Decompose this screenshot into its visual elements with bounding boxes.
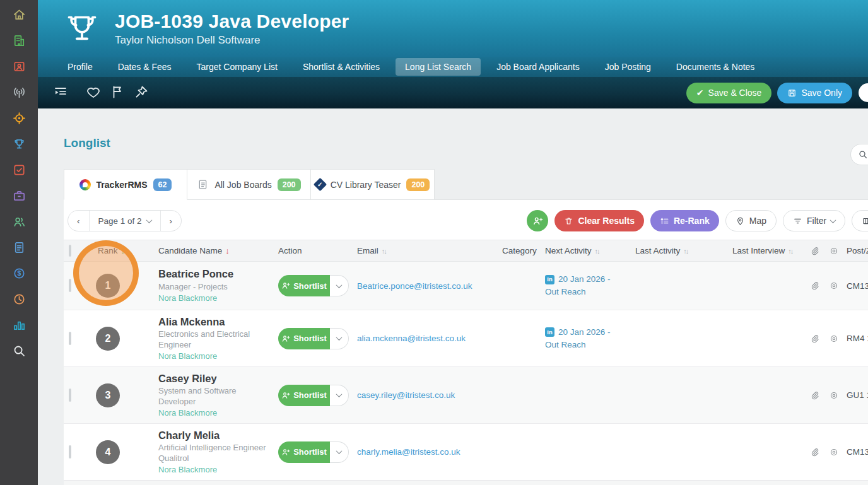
linkedin-activity-icon: in (545, 327, 554, 337)
col-rank[interactable]: Rank↓ (89, 246, 127, 255)
row-checkbox[interactable] (69, 389, 71, 402)
page-select[interactable]: Page 1 of 2 (89, 211, 161, 231)
view-icon[interactable] (829, 447, 847, 457)
view-icon[interactable] (829, 281, 847, 291)
attachment-icon[interactable] (810, 390, 829, 400)
shortlist-dropdown-button[interactable] (330, 328, 349, 349)
jobs-trophy-icon[interactable] (11, 136, 26, 151)
next-page-button[interactable]: › (161, 211, 182, 231)
shortlist-dropdown-button[interactable] (330, 275, 349, 296)
app-sidebar: $ (0, 0, 38, 485)
shortlist-button[interactable]: Shortlist (278, 328, 330, 349)
job-header: JOB-1039 Java Developer Taylor Nicholson… (38, 0, 868, 108)
owner-link[interactable]: Nora Blackmore (158, 351, 273, 361)
time-icon[interactable] (11, 291, 26, 307)
col-category[interactable]: Category (502, 246, 545, 255)
tasks-icon[interactable] (11, 162, 26, 177)
contacts-icon[interactable] (11, 59, 26, 74)
tab-profile[interactable]: Profile (58, 58, 102, 76)
rerank-icon (660, 216, 669, 226)
shortlist-button[interactable]: Shortlist (278, 441, 330, 463)
source-tabs: TrackerRMS 62 All Job Boards 200 ✓ CV Li… (64, 169, 435, 200)
owner-link[interactable]: Nora Blackmore (158, 408, 273, 418)
filter-button[interactable]: Filter (783, 210, 845, 231)
people-icon[interactable] (11, 214, 26, 229)
overflow-button-partial[interactable] (859, 83, 868, 102)
candidate-email-link[interactable]: alia.mckenna@itristest.co.uk (357, 334, 502, 343)
shortlist-button[interactable]: Shortlist (278, 385, 330, 406)
col-post[interactable]: Post/Z (847, 246, 868, 255)
row-checkbox[interactable] (69, 332, 71, 345)
prev-page-button[interactable]: ‹ (68, 211, 89, 231)
favorite-heart-icon[interactable] (86, 85, 102, 101)
attachment-icon[interactable] (810, 334, 829, 344)
postcode-cell: CM13 (847, 447, 868, 457)
candidate-email-link[interactable]: charly.melia@itristest.co.uk (357, 447, 502, 457)
reports-icon[interactable] (11, 317, 26, 332)
columns-icon (862, 216, 868, 226)
rank-badge: 3 (96, 383, 120, 407)
map-button[interactable]: Map (725, 210, 777, 231)
candidate-name-link[interactable]: Beatrice Ponce (158, 267, 273, 281)
tab-shortlist-activities[interactable]: Shortlist & Activities (293, 58, 389, 76)
shortlist-dropdown-button[interactable] (330, 441, 349, 463)
next-activity-cell[interactable]: in20 Jan 2026 -Out Reach (545, 326, 635, 351)
view-icon[interactable] (829, 334, 847, 344)
save-close-button[interactable]: ✔Save & Close (686, 83, 772, 103)
owner-link[interactable]: Nora Blackmore (158, 465, 273, 475)
map-pin-icon (736, 216, 745, 226)
tab-job-board-applicants[interactable]: Job Board Applicants (487, 58, 589, 76)
owner-link[interactable]: Nora Blackmore (158, 293, 273, 303)
candidate-title: Artificial Intelligence Engineer Qualitr… (158, 443, 273, 464)
row-checkbox[interactable] (69, 445, 71, 459)
finance-icon[interactable]: $ (11, 266, 26, 281)
tab-trackerrms[interactable]: TrackerRMS 62 (64, 169, 187, 200)
sort-both-icon: ↑↓ (382, 247, 386, 255)
candidate-name-link[interactable]: Casey Riley (158, 372, 273, 385)
col-last-activity[interactable]: Last Activity↑↓ (635, 246, 732, 255)
shortlist-dropdown-button[interactable] (330, 385, 349, 406)
candidate-name-link[interactable]: Charly Melia (158, 429, 273, 442)
col-candidate[interactable]: Candidate Name↓ (158, 246, 278, 255)
tab-long-list-search[interactable]: Long List Search (396, 58, 481, 76)
select-all-checkbox[interactable] (69, 245, 71, 257)
pin-icon[interactable] (134, 85, 150, 101)
broadcast-icon[interactable] (11, 85, 26, 100)
linkedin-activity-icon: in (545, 275, 554, 284)
attachment-icon[interactable] (810, 281, 829, 291)
view-icon[interactable] (829, 390, 847, 400)
candidate-email-link[interactable]: casey.riley@itristest.co.uk (357, 390, 502, 400)
attachment-icon[interactable] (810, 447, 829, 457)
candidate-email-link[interactable]: Beatrice.ponce@itristest.co.uk (357, 281, 502, 291)
tab-job-posting[interactable]: Job Posting (595, 58, 660, 76)
cv-library-count-badge: 200 (406, 178, 430, 191)
tab-documents-notes[interactable]: Documents & Notes (667, 58, 765, 76)
col-next-activity[interactable]: Next Activity↑↓ (545, 246, 635, 255)
clear-results-button[interactable]: Clear Results (554, 210, 643, 231)
briefcase-icon[interactable] (11, 188, 26, 203)
longlist-heading: Longlist (38, 108, 868, 150)
documents-icon[interactable] (11, 240, 26, 255)
target-icon[interactable] (11, 110, 26, 126)
tab-dates-fees[interactable]: Dates & Fees (108, 58, 181, 76)
columns-button[interactable]: Co (852, 210, 868, 231)
add-candidate-button[interactable] (527, 210, 548, 231)
candidate-name-link[interactable]: Alia Mckenna (158, 315, 273, 329)
col-last-interview[interactable]: Last Interview↑↓ (732, 246, 810, 255)
col-email[interactable]: Email↑↓ (357, 246, 502, 255)
flag-icon[interactable] (110, 85, 126, 101)
search-icon[interactable] (11, 343, 26, 358)
collapse-panel-icon[interactable] (53, 85, 69, 101)
search-magnifier-icon (858, 149, 868, 160)
re-rank-button[interactable]: Re-Rank (650, 210, 719, 231)
search-input[interactable] (850, 144, 868, 165)
shortlist-button[interactable]: Shortlist (278, 275, 330, 296)
next-activity-cell[interactable]: in20 Jan 2026 -Out Reach (545, 273, 635, 298)
tab-target-company-list[interactable]: Target Company List (187, 58, 287, 76)
save-only-button[interactable]: Save Only (777, 83, 852, 103)
tab-cv-library-teaser[interactable]: ✓ CV Library Teaser 200 (311, 169, 435, 200)
tab-all-job-boards[interactable]: All Job Boards 200 (187, 169, 311, 200)
row-checkbox[interactable] (69, 279, 71, 292)
companies-icon[interactable] (11, 33, 26, 48)
home-icon[interactable] (11, 7, 26, 22)
